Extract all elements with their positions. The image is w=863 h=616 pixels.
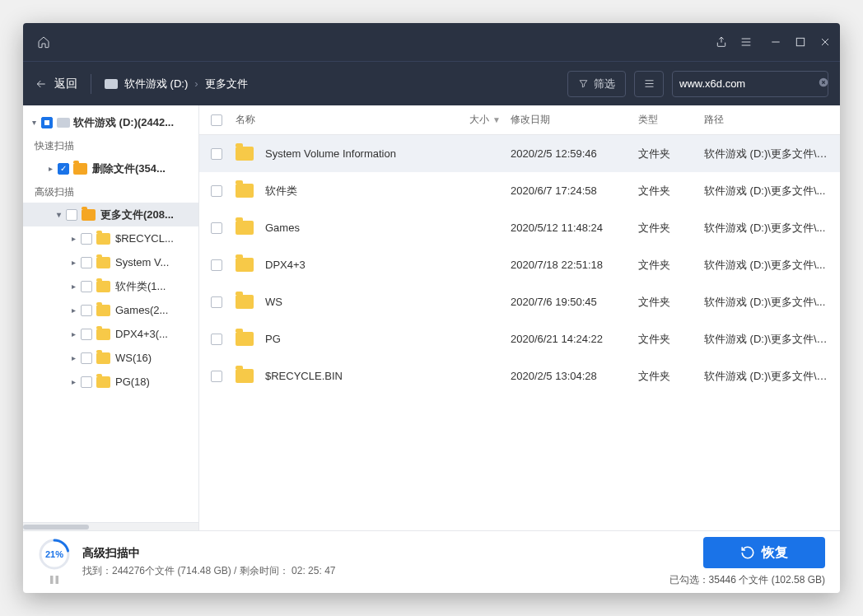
folder-icon: [96, 257, 110, 268]
chevron-right-icon[interactable]: ▸: [68, 353, 79, 362]
file-date: 2020/7/18 22:51:18: [506, 259, 633, 271]
crumb-folder: 更多文件: [205, 77, 248, 91]
tree-child[interactable]: ▸ 软件类(1...: [23, 274, 198, 298]
checkbox[interactable]: [81, 257, 92, 268]
table-row[interactable]: 软件类 2020/6/7 17:24:58 文件夹 软件游戏 (D:)\更多文件…: [199, 172, 840, 209]
file-name: 软件类: [265, 184, 297, 198]
chevron-right-icon[interactable]: ▸: [44, 164, 56, 173]
folder-icon: [236, 295, 254, 309]
folder-icon: [236, 369, 254, 383]
chevron-right-icon[interactable]: ▸: [68, 377, 79, 386]
tree-child[interactable]: ▸ Games(2...: [23, 298, 198, 322]
checkbox[interactable]: [211, 259, 222, 271]
tree-child[interactable]: ▸ PG(18): [23, 370, 198, 394]
checkbox[interactable]: [81, 233, 92, 245]
view-toggle[interactable]: [634, 71, 664, 97]
sidebar-scrollbar[interactable]: [23, 522, 198, 530]
table-row[interactable]: Games 2020/5/12 11:48:24 文件夹 软件游戏 (D:)\更…: [199, 209, 840, 246]
checkbox[interactable]: [81, 329, 92, 340]
col-size[interactable]: 大小 ▼: [427, 113, 506, 127]
menu-icon[interactable]: [739, 35, 753, 49]
share-icon[interactable]: [715, 35, 728, 49]
tree-child[interactable]: ▸ System V...: [23, 250, 198, 274]
checkbox[interactable]: [58, 163, 69, 175]
checkbox[interactable]: [211, 334, 222, 345]
checkbox[interactable]: [66, 209, 77, 221]
table-row[interactable]: PG 2020/6/21 14:24:22 文件夹 软件游戏 (D:)\更多文件…: [199, 320, 840, 357]
maximize-icon[interactable]: [794, 35, 807, 49]
file-name: $RECYCLE.BIN: [265, 370, 343, 382]
table-row[interactable]: DPX4+3 2020/7/18 22:51:18 文件夹 软件游戏 (D:)\…: [199, 246, 840, 283]
file-name: Games: [265, 222, 300, 234]
minimize-icon[interactable]: [769, 35, 782, 49]
sidebar: ▾ 软件游戏 (D:)(2442... 快速扫描 ▸ 删除文件(354... 高…: [23, 105, 199, 530]
tree-child[interactable]: ▸ WS(16): [23, 346, 198, 370]
tree-label: System V...: [115, 256, 169, 268]
file-path: 软件游戏 (D:)\更多文件\$...: [699, 369, 835, 384]
col-type[interactable]: 类型: [633, 113, 699, 127]
file-path: 软件游戏 (D:)\更多文件\...: [699, 221, 835, 236]
chevron-right-icon[interactable]: ▸: [68, 234, 79, 243]
file-type: 文件夹: [633, 184, 699, 198]
tree-label: $RECYCL...: [115, 232, 174, 245]
file-name: System Volume Information: [265, 147, 396, 160]
clear-search-icon[interactable]: [818, 77, 829, 91]
table-row[interactable]: System Volume Information 2020/2/5 12:59…: [199, 135, 840, 172]
recover-button[interactable]: 恢复: [703, 537, 825, 568]
search-box[interactable]: [672, 71, 828, 97]
close-icon[interactable]: [819, 35, 832, 49]
chevron-right-icon[interactable]: ▸: [68, 258, 79, 267]
select-all-checkbox[interactable]: [211, 114, 222, 126]
tree-more-files[interactable]: ▾ 更多文件(208...: [23, 203, 198, 226]
tree-root[interactable]: ▾ 软件游戏 (D:)(2442...: [23, 110, 198, 134]
breadcrumb[interactable]: 软件游戏 (D:) › 更多文件: [105, 77, 248, 91]
filter-button[interactable]: 筛选: [567, 71, 626, 97]
tree-label: 软件游戏 (D:)(2442...: [73, 115, 174, 130]
checkbox[interactable]: [211, 222, 222, 234]
tree-deleted-files[interactable]: ▸ 删除文件(354...: [23, 156, 198, 180]
file-name: WS: [265, 296, 282, 308]
chevron-down-icon[interactable]: ▾: [53, 210, 64, 219]
folder-icon: [96, 329, 110, 340]
divider: [91, 74, 91, 94]
folder-icon: [96, 352, 110, 364]
folder-icon: [236, 332, 254, 346]
content: ▾ 软件游戏 (D:)(2442... 快速扫描 ▸ 删除文件(354... 高…: [23, 105, 840, 530]
col-name[interactable]: 名称: [231, 113, 427, 127]
tree-child[interactable]: ▸ $RECYCL...: [23, 226, 198, 250]
list-icon: [643, 77, 655, 90]
disk-icon: [57, 118, 70, 128]
checkbox[interactable]: [81, 305, 92, 316]
search-input[interactable]: [679, 77, 818, 90]
app-window: 返回 软件游戏 (D:) › 更多文件 筛选: [23, 23, 840, 593]
funnel-icon: [578, 78, 589, 89]
chevron-right-icon[interactable]: ▸: [68, 282, 79, 291]
checkbox[interactable]: [41, 117, 53, 128]
checkbox[interactable]: [81, 352, 92, 364]
file-date: 2020/2/5 12:59:46: [506, 147, 633, 160]
col-date[interactable]: 修改日期: [506, 113, 633, 127]
checkbox[interactable]: [81, 281, 92, 292]
folder-icon: [236, 147, 254, 161]
home-button[interactable]: [31, 30, 56, 54]
checkbox[interactable]: [211, 185, 222, 197]
table-row[interactable]: WS 2020/7/6 19:50:45 文件夹 软件游戏 (D:)\更多文件\…: [199, 283, 840, 320]
back-button[interactable]: 返回: [35, 77, 77, 91]
checkbox[interactable]: [211, 371, 222, 382]
chevron-right-icon[interactable]: ▸: [68, 306, 79, 315]
chevron-down-icon[interactable]: ▾: [28, 118, 40, 127]
checkbox[interactable]: [81, 376, 92, 388]
folder-icon: [236, 184, 254, 198]
col-path[interactable]: 路径: [699, 113, 835, 127]
checkbox[interactable]: [211, 296, 222, 308]
checkbox[interactable]: [211, 148, 222, 160]
file-path: 软件游戏 (D:)\更多文件\...: [699, 258, 835, 273]
pause-button[interactable]: [44, 572, 64, 587]
file-rows: System Volume Information 2020/2/5 12:59…: [199, 135, 840, 530]
tree-child[interactable]: ▸ DPX4+3(...: [23, 322, 198, 346]
file-type: 文件夹: [633, 369, 699, 384]
table-row[interactable]: $RECYCLE.BIN 2020/2/5 13:04:28 文件夹 软件游戏 …: [199, 357, 840, 394]
scrollbar-thumb[interactable]: [23, 525, 89, 530]
folder-icon: [96, 281, 110, 292]
chevron-right-icon[interactable]: ▸: [68, 329, 79, 338]
